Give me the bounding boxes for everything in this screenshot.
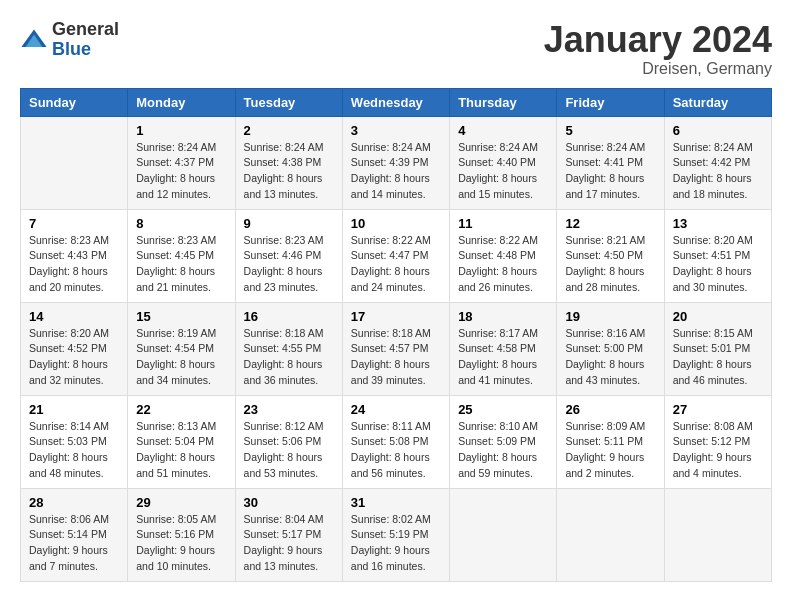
day-sunrise: Sunrise: 8:09 AM	[565, 420, 645, 432]
day-number: 13	[673, 216, 763, 231]
day-number: 17	[351, 309, 441, 324]
day-daylight: Daylight: 8 hours and 43 minutes.	[565, 358, 644, 386]
day-cell-3-6: 27 Sunrise: 8:08 AM Sunset: 5:12 PM Dayl…	[664, 395, 771, 488]
day-number: 18	[458, 309, 548, 324]
day-cell-0-6: 6 Sunrise: 8:24 AM Sunset: 4:42 PM Dayli…	[664, 116, 771, 209]
day-cell-1-1: 8 Sunrise: 8:23 AM Sunset: 4:45 PM Dayli…	[128, 209, 235, 302]
day-number: 24	[351, 402, 441, 417]
day-cell-0-4: 4 Sunrise: 8:24 AM Sunset: 4:40 PM Dayli…	[450, 116, 557, 209]
day-sunrise: Sunrise: 8:05 AM	[136, 513, 216, 525]
day-sunrise: Sunrise: 8:23 AM	[136, 234, 216, 246]
calendar-table: Sunday Monday Tuesday Wednesday Thursday…	[20, 88, 772, 582]
day-daylight: Daylight: 9 hours and 4 minutes.	[673, 451, 752, 479]
day-number: 4	[458, 123, 548, 138]
day-sunrise: Sunrise: 8:21 AM	[565, 234, 645, 246]
day-cell-1-4: 11 Sunrise: 8:22 AM Sunset: 4:48 PM Dayl…	[450, 209, 557, 302]
day-number: 29	[136, 495, 226, 510]
day-number: 10	[351, 216, 441, 231]
day-cell-0-1: 1 Sunrise: 8:24 AM Sunset: 4:37 PM Dayli…	[128, 116, 235, 209]
day-cell-4-1: 29 Sunrise: 8:05 AM Sunset: 5:16 PM Dayl…	[128, 488, 235, 581]
day-cell-1-2: 9 Sunrise: 8:23 AM Sunset: 4:46 PM Dayli…	[235, 209, 342, 302]
day-sunrise: Sunrise: 8:18 AM	[351, 327, 431, 339]
day-cell-0-5: 5 Sunrise: 8:24 AM Sunset: 4:41 PM Dayli…	[557, 116, 664, 209]
day-sunrise: Sunrise: 8:13 AM	[136, 420, 216, 432]
day-sunset: Sunset: 5:06 PM	[244, 435, 322, 447]
day-sunset: Sunset: 4:51 PM	[673, 249, 751, 261]
day-daylight: Daylight: 8 hours and 51 minutes.	[136, 451, 215, 479]
day-daylight: Daylight: 8 hours and 39 minutes.	[351, 358, 430, 386]
day-sunrise: Sunrise: 8:02 AM	[351, 513, 431, 525]
day-daylight: Daylight: 8 hours and 13 minutes.	[244, 172, 323, 200]
day-sunrise: Sunrise: 8:16 AM	[565, 327, 645, 339]
day-sunrise: Sunrise: 8:19 AM	[136, 327, 216, 339]
header-sunday: Sunday	[21, 88, 128, 116]
day-number: 14	[29, 309, 119, 324]
day-sunset: Sunset: 5:08 PM	[351, 435, 429, 447]
day-sunrise: Sunrise: 8:08 AM	[673, 420, 753, 432]
day-sunrise: Sunrise: 8:06 AM	[29, 513, 109, 525]
day-daylight: Daylight: 8 hours and 34 minutes.	[136, 358, 215, 386]
day-number: 6	[673, 123, 763, 138]
day-sunrise: Sunrise: 8:23 AM	[244, 234, 324, 246]
day-daylight: Daylight: 8 hours and 28 minutes.	[565, 265, 644, 293]
day-sunrise: Sunrise: 8:23 AM	[29, 234, 109, 246]
day-number: 28	[29, 495, 119, 510]
day-sunset: Sunset: 5:04 PM	[136, 435, 214, 447]
day-daylight: Daylight: 8 hours and 59 minutes.	[458, 451, 537, 479]
day-number: 2	[244, 123, 334, 138]
day-daylight: Daylight: 8 hours and 53 minutes.	[244, 451, 323, 479]
day-cell-4-0: 28 Sunrise: 8:06 AM Sunset: 5:14 PM Dayl…	[21, 488, 128, 581]
day-daylight: Daylight: 8 hours and 24 minutes.	[351, 265, 430, 293]
logo-text: General Blue	[52, 20, 119, 60]
header-saturday: Saturday	[664, 88, 771, 116]
day-sunrise: Sunrise: 8:15 AM	[673, 327, 753, 339]
day-sunrise: Sunrise: 8:24 AM	[351, 141, 431, 153]
day-sunrise: Sunrise: 8:10 AM	[458, 420, 538, 432]
day-sunset: Sunset: 5:03 PM	[29, 435, 107, 447]
day-number: 22	[136, 402, 226, 417]
day-daylight: Daylight: 8 hours and 32 minutes.	[29, 358, 108, 386]
day-number: 19	[565, 309, 655, 324]
title-area: January 2024 Dreisen, Germany	[544, 20, 772, 78]
day-cell-2-4: 18 Sunrise: 8:17 AM Sunset: 4:58 PM Dayl…	[450, 302, 557, 395]
day-sunrise: Sunrise: 8:14 AM	[29, 420, 109, 432]
day-daylight: Daylight: 8 hours and 48 minutes.	[29, 451, 108, 479]
day-sunset: Sunset: 4:39 PM	[351, 156, 429, 168]
day-sunrise: Sunrise: 8:24 AM	[458, 141, 538, 153]
day-sunrise: Sunrise: 8:04 AM	[244, 513, 324, 525]
day-daylight: Daylight: 8 hours and 15 minutes.	[458, 172, 537, 200]
day-daylight: Daylight: 9 hours and 16 minutes.	[351, 544, 430, 572]
day-cell-2-1: 15 Sunrise: 8:19 AM Sunset: 4:54 PM Dayl…	[128, 302, 235, 395]
day-sunrise: Sunrise: 8:18 AM	[244, 327, 324, 339]
day-cell-0-3: 3 Sunrise: 8:24 AM Sunset: 4:39 PM Dayli…	[342, 116, 449, 209]
day-cell-4-5	[557, 488, 664, 581]
day-number: 1	[136, 123, 226, 138]
day-number: 15	[136, 309, 226, 324]
day-daylight: Daylight: 8 hours and 30 minutes.	[673, 265, 752, 293]
day-daylight: Daylight: 8 hours and 21 minutes.	[136, 265, 215, 293]
day-daylight: Daylight: 8 hours and 41 minutes.	[458, 358, 537, 386]
day-sunrise: Sunrise: 8:24 AM	[673, 141, 753, 153]
day-number: 25	[458, 402, 548, 417]
day-cell-2-0: 14 Sunrise: 8:20 AM Sunset: 4:52 PM Dayl…	[21, 302, 128, 395]
day-sunset: Sunset: 4:55 PM	[244, 342, 322, 354]
day-daylight: Daylight: 8 hours and 56 minutes.	[351, 451, 430, 479]
day-sunrise: Sunrise: 8:24 AM	[244, 141, 324, 153]
logo: General Blue	[20, 20, 119, 60]
day-daylight: Daylight: 8 hours and 46 minutes.	[673, 358, 752, 386]
day-sunset: Sunset: 5:11 PM	[565, 435, 643, 447]
day-number: 7	[29, 216, 119, 231]
day-cell-0-2: 2 Sunrise: 8:24 AM Sunset: 4:38 PM Dayli…	[235, 116, 342, 209]
header-wednesday: Wednesday	[342, 88, 449, 116]
day-cell-4-4	[450, 488, 557, 581]
day-number: 30	[244, 495, 334, 510]
day-sunset: Sunset: 4:54 PM	[136, 342, 214, 354]
day-sunset: Sunset: 4:58 PM	[458, 342, 536, 354]
day-number: 8	[136, 216, 226, 231]
day-cell-0-0	[21, 116, 128, 209]
day-sunrise: Sunrise: 8:11 AM	[351, 420, 431, 432]
day-cell-2-2: 16 Sunrise: 8:18 AM Sunset: 4:55 PM Dayl…	[235, 302, 342, 395]
week-row-4: 28 Sunrise: 8:06 AM Sunset: 5:14 PM Dayl…	[21, 488, 772, 581]
day-sunset: Sunset: 5:01 PM	[673, 342, 751, 354]
day-sunset: Sunset: 4:43 PM	[29, 249, 107, 261]
